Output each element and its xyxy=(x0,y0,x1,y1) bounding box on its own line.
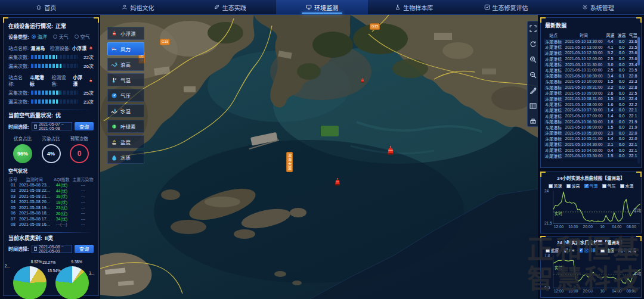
stat-circle-污染占比: 污染占比4% xyxy=(38,135,64,163)
layer-button-小浮漂[interactable]: 小浮漂 xyxy=(107,27,144,40)
layer-button-气压[interactable]: 气压 xyxy=(107,89,144,102)
checkbox-icon xyxy=(584,184,589,188)
latest-cell: 2.6 xyxy=(605,91,616,95)
latest-table-row[interactable]: 斗尾港标2021-05-10 04:30:002.10.022.1 xyxy=(544,142,638,148)
air-table-row[interactable]: 042021-05-08 20...18(优)--- xyxy=(8,199,94,205)
nav-item-系统管理[interactable]: 系统管理 xyxy=(552,0,644,14)
bar-value: 22次 xyxy=(80,54,94,60)
latest-table-row[interactable]: 斗尾港标2021-05-10 10:30:003.40.122.8 xyxy=(544,73,638,79)
air-cell: 38(优) xyxy=(51,193,73,199)
latest-table-row[interactable]: 斗尾港标2021-05-10 09:00:002.60.022.5 xyxy=(544,90,638,96)
latest-table-row[interactable]: 斗尾港标2021-05-10 06:00:001.50.021.9 xyxy=(544,124,638,130)
x-tick: 20:00 xyxy=(583,225,593,229)
latest-cell: 斗尾港标 xyxy=(544,147,563,153)
latest-table-row[interactable]: 斗尾港标2021-05-10 12:00:002.50.023.6 xyxy=(544,56,638,62)
bar-track xyxy=(31,99,78,104)
water-query-button[interactable]: 查询 xyxy=(75,245,94,253)
param-checkbox-波高[interactable]: 波高 xyxy=(566,183,580,189)
bar-label: 采集次数: xyxy=(8,54,29,60)
layer-button-叶绿素[interactable]: 叶绿素 xyxy=(107,120,144,133)
reset-icon[interactable] xyxy=(530,39,537,46)
buoy-marker[interactable] xyxy=(334,178,341,189)
nav-item-首页[interactable]: 首页 xyxy=(0,0,92,14)
layer-button-浪高[interactable]: 浪高 xyxy=(107,58,144,71)
device-type-空气[interactable]: 空气 xyxy=(75,33,90,40)
fullscreen-icon[interactable] xyxy=(530,24,537,31)
buoy-icon xyxy=(111,30,117,37)
param-checkbox-气温[interactable]: 气温 xyxy=(584,183,598,189)
air-table-row[interactable]: 032021-05-08 21...38(优)--- xyxy=(8,194,94,200)
latest-cell: 0.0 xyxy=(616,114,627,118)
draw-icon[interactable] xyxy=(530,86,537,93)
param-checkbox-盐度[interactable]: 盐度 xyxy=(546,247,559,253)
param-checkbox-PH[interactable]: PH xyxy=(564,247,575,253)
latest-cell: 2021-05-10 08:00:00 xyxy=(563,102,605,107)
latest-table-row[interactable]: 斗尾港标2021-05-10 11:30:003.00.023.4 xyxy=(544,61,638,67)
param-checkbox-叶绿素[interactable]: 叶绿素 xyxy=(618,247,636,253)
param-checkbox-风速[interactable]: 风速 xyxy=(549,183,562,189)
param-checkbox-气压[interactable]: 气压 xyxy=(602,183,616,189)
latest-table-row[interactable]: 斗尾港标2021-05-10 13:00:004.10.023.5 xyxy=(544,45,638,51)
layer-button-盐度[interactable]: 盐度 xyxy=(107,135,144,148)
layer-button-气温[interactable]: 气温 xyxy=(107,73,144,86)
air-table-row[interactable]: 062021-05-08 18...26(优)--- xyxy=(8,210,94,216)
param-checkbox-溶解氧[interactable]: 溶解氧 xyxy=(578,247,596,253)
nav-item-妈祖文化[interactable]: 妈祖文化 xyxy=(92,0,184,14)
chart-title: 24小时实测水质曲线图【湄洲岛】 xyxy=(543,175,639,181)
air-cell: 2021-05-08 21... xyxy=(18,194,51,198)
latest-table-row[interactable]: 斗尾港标2021-05-10 07:00:001.40.022.1 xyxy=(544,113,638,119)
satellite-map[interactable]: G15G15G15滨海大道 小浮漂风力浪高气温气压水温叶绿素盐度水质 xyxy=(100,15,538,299)
device-type-海洋[interactable]: 海洋 xyxy=(32,33,47,40)
nav-item-生态实践[interactable]: 生态实践 xyxy=(184,0,276,14)
latest-table-row[interactable]: 斗尾港标2021-05-10 05:01:001.40.022.0 xyxy=(544,136,638,142)
air-date-range-input[interactable]: 2021-05-07 ~ 2021-05-08 xyxy=(32,122,72,130)
latest-table-row[interactable]: 斗尾港标2021-05-10 03:30:001.50.022.1 xyxy=(544,153,638,159)
latest-cell: 5.2 xyxy=(605,51,616,55)
air-table-row[interactable]: 052021-05-08 19...23(优)--- xyxy=(8,205,94,211)
air-cell: 2021-05-08 19... xyxy=(18,205,51,210)
water-class-title: 当前水质类别: xyxy=(8,234,42,242)
latest-table-row[interactable]: 斗尾港标2021-05-10 08:31:001.50.022.4 xyxy=(544,96,638,102)
latest-table-scrollbar[interactable] xyxy=(637,36,640,164)
layer-button-风力[interactable]: 风力 xyxy=(107,42,144,55)
air-query-button[interactable]: 查询 xyxy=(75,122,94,130)
radio-label: 天气 xyxy=(59,33,69,40)
latest-table-row[interactable]: 斗尾港标2021-05-10 13:30:004.40.023.6 xyxy=(544,39,638,45)
zoom-in-icon[interactable] xyxy=(530,55,537,62)
latest-table-row[interactable]: 斗尾港标2021-05-10 11:00:002.50.023.5 xyxy=(544,67,638,73)
latest-table-row[interactable]: 斗尾港标2021-05-10 09:31:002.20.022.8 xyxy=(544,85,638,91)
param-checkbox-浊度[interactable]: 浊度 xyxy=(600,247,614,253)
latest-table-row[interactable]: 斗尾港标2021-05-10 12:30:005.20.023.6 xyxy=(544,50,638,56)
calendar-icon xyxy=(34,247,37,251)
air-quality-table: 序号监测时间AQI指数主要污染物012021-05-08 23...44(优)-… xyxy=(8,176,94,228)
latest-table-row[interactable]: 斗尾港标2021-05-10 05:30:002.30.022.0 xyxy=(544,130,638,136)
pie-chart[interactable] xyxy=(55,266,89,299)
nav-item-生物样本库[interactable]: 生物样本库 xyxy=(368,0,460,14)
culture-icon xyxy=(122,4,128,10)
export-icon[interactable] xyxy=(530,117,537,124)
split-icon[interactable] xyxy=(530,101,537,108)
air-table-row[interactable]: 072021-05-08 17...34(优)--- xyxy=(8,216,94,222)
layer-button-水质[interactable]: 水质 xyxy=(107,151,144,164)
water-date-range-input[interactable]: 2021-05-08 ~ 2021-05-09 xyxy=(32,245,72,253)
latest-header-cell: 站点 xyxy=(544,32,563,38)
layer-button-label: 风力 xyxy=(120,45,131,52)
air-table-row[interactable]: 082021-05-08 16...---(---)--- xyxy=(8,222,94,228)
device-type-天气[interactable]: 天气 xyxy=(53,33,69,40)
latest-table-row[interactable]: 斗尾港标2021-05-10 06:30:001.80.021.9 xyxy=(544,119,638,124)
nav-item-生态修复评估[interactable]: 生态修复评估 xyxy=(460,0,552,14)
layer-button-label: 小浮漂 xyxy=(120,30,136,37)
buoy-marker[interactable] xyxy=(386,146,395,158)
param-checkbox-水温[interactable]: 水温 xyxy=(620,183,634,189)
latest-table-row[interactable]: 斗尾港标2021-05-10 07:30:001.40.022.1 xyxy=(544,107,638,113)
air-table-row[interactable]: 022021-05-08 22...44(优)--- xyxy=(8,188,94,194)
zoom-out-icon[interactable] xyxy=(530,70,537,77)
latest-table-row[interactable]: 斗尾港标2021-05-10 04:00:000.40.022.1 xyxy=(544,147,638,153)
air-table-row[interactable]: 012021-05-08 23...44(优)--- xyxy=(8,182,94,188)
buoy-marker[interactable] xyxy=(361,74,365,85)
layer-button-水温[interactable]: 水温 xyxy=(107,104,144,117)
latest-table-row[interactable]: 斗尾港标2021-05-10 10:00:001.50.023.3 xyxy=(544,79,638,85)
latest-table-row[interactable]: 斗尾港标2021-05-10 08:00:001.60.022.2 xyxy=(544,102,638,108)
nav-item-环境监测[interactable]: 环境监测 xyxy=(276,0,368,14)
pie-chart[interactable] xyxy=(13,266,47,299)
